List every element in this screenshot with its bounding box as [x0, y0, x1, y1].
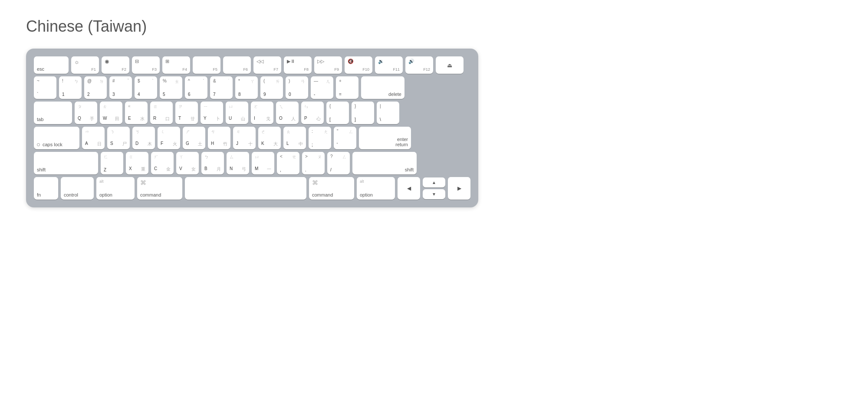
- key-5[interactable]: % ㄓ 5: [160, 76, 182, 99]
- key-2[interactable]: @ ㄉ 2: [84, 76, 107, 99]
- key-f11[interactable]: 🔉 F11: [375, 56, 403, 74]
- key-arrow-left[interactable]: ◀: [398, 177, 420, 200]
- key-s[interactable]: ㄋ S 尸: [107, 127, 130, 149]
- key-1[interactable]: ! ㄅ 1: [59, 76, 82, 99]
- key-shift-right[interactable]: shift: [352, 152, 417, 174]
- key-f5[interactable]: F5: [193, 56, 220, 74]
- key-eject[interactable]: ⏏: [436, 56, 464, 74]
- key-fn[interactable]: fn: [34, 177, 58, 200]
- key-f4[interactable]: ⊞ F4: [162, 56, 190, 74]
- key-v[interactable]: ㄒ V 女: [176, 152, 199, 174]
- key-0[interactable]: ) ㄢ 0: [286, 76, 308, 99]
- key-e[interactable]: « E 水: [125, 102, 148, 124]
- key-tab[interactable]: tab: [34, 102, 72, 124]
- key-b[interactable]: ㄅ B 月: [201, 152, 224, 174]
- key-f1[interactable]: ☼ F1: [71, 56, 99, 74]
- key-n-main: N: [230, 166, 233, 172]
- key-option-right[interactable]: alt option: [357, 177, 395, 200]
- key-9[interactable]: ( ㄞ 9: [260, 76, 283, 99]
- key-4-shift: $: [138, 79, 140, 83]
- key-esc[interactable]: esc: [34, 56, 69, 74]
- key-semicolon[interactable]: : ㄤ ;: [309, 127, 331, 149]
- key-command-left[interactable]: ⌘ command: [137, 177, 182, 200]
- key-arrow-down[interactable]: ▼: [423, 189, 445, 199]
- key-f[interactable]: ㄑ F 火: [158, 127, 180, 149]
- key-q[interactable]: ㄆ Q 手: [75, 102, 97, 124]
- key-e-cjk: «: [128, 104, 131, 108]
- key-7-cjk: ˙: [228, 79, 230, 83]
- key-minus[interactable]: — ㄦ -: [311, 76, 333, 99]
- key-equals[interactable]: + =: [336, 76, 358, 99]
- key-n[interactable]: ㄙ N 弓: [227, 152, 249, 174]
- key-capslock[interactable]: caps lock: [34, 127, 79, 149]
- key-f10[interactable]: 🔇 F10: [345, 56, 372, 74]
- key-slash-main: /: [330, 167, 332, 172]
- key-delete[interactable]: delete: [361, 76, 404, 99]
- key-command-right[interactable]: ⌘ command: [309, 177, 354, 200]
- key-f-cjk2: 火: [173, 141, 177, 147]
- key-f6[interactable]: F6: [223, 56, 251, 74]
- key-comma[interactable]: < ㄝ ,: [277, 152, 299, 174]
- key-enter[interactable]: enter return: [359, 127, 411, 149]
- key-b-main: B: [204, 166, 207, 172]
- key-equals-shift: +: [339, 79, 342, 83]
- key-arrow-right[interactable]: ▶: [448, 177, 470, 200]
- key-f3[interactable]: ⊟ F3: [132, 56, 160, 74]
- key-control[interactable]: control: [61, 177, 94, 200]
- key-z[interactable]: ㄈ Z: [101, 152, 123, 174]
- key-g[interactable]: ㄕ G 土: [183, 127, 205, 149]
- page-title: Chinese (Taiwan): [26, 17, 147, 36]
- key-space[interactable]: [185, 177, 306, 200]
- command-left-label: command: [140, 192, 161, 197]
- key-f7[interactable]: ◁◁ F7: [253, 56, 281, 74]
- key-r[interactable]: ㄖ R 口: [150, 102, 173, 124]
- key-y[interactable]: ㄧ Y 卜: [201, 102, 223, 124]
- key-l[interactable]: ㄠ L 中: [283, 127, 306, 149]
- key-s-cjk2: 尸: [122, 141, 127, 147]
- key-f8[interactable]: ▶⏸ F8: [284, 56, 312, 74]
- key-a[interactable]: ㄇ A 日: [82, 127, 105, 149]
- key-4[interactable]: $ ˋ 4: [135, 76, 157, 99]
- key-i[interactable]: ㄛ I 戈: [251, 102, 273, 124]
- key-option-left[interactable]: alt option: [96, 177, 135, 200]
- key-minus-shift: —: [314, 79, 318, 85]
- key-t[interactable]: ㄗ T 廿: [175, 102, 198, 124]
- key-b-cjk2: 月: [217, 166, 221, 172]
- key-tilde[interactable]: ~ `: [34, 76, 56, 99]
- key-d[interactable]: ㄎ D 木: [132, 127, 155, 149]
- key-u[interactable]: ㄩ U 山: [226, 102, 248, 124]
- key-1-main: 1: [62, 92, 65, 97]
- key-shift-left[interactable]: shift: [34, 152, 98, 174]
- key-backslash[interactable]: | \: [377, 102, 399, 124]
- bottom-row: fn control alt option ⌘ command ⌘ comman…: [34, 177, 470, 200]
- f2-label: F2: [122, 67, 126, 72]
- key-period[interactable]: > ㄡ .: [302, 152, 325, 174]
- key-k[interactable]: ㄜ K 大: [258, 127, 281, 149]
- key-lbracket[interactable]: { [: [326, 102, 349, 124]
- key-rbracket[interactable]: } ]: [352, 102, 374, 124]
- key-x[interactable]: ㄍ X 重: [126, 152, 148, 174]
- key-a-cjk: ㄇ: [85, 129, 89, 135]
- key-o[interactable]: ㄟ O 人: [276, 102, 299, 124]
- key-w[interactable]: ㄊ W 田: [100, 102, 122, 124]
- key-j[interactable]: ㄐ J 十: [233, 127, 256, 149]
- key-1-shift: !: [62, 79, 63, 85]
- key-3[interactable]: # ˇ 3: [109, 76, 132, 99]
- key-rbracket-main: ]: [355, 117, 356, 122]
- key-f12[interactable]: 🔊 F12: [405, 56, 433, 74]
- key-semicolon-cjk: ㄤ: [324, 129, 328, 135]
- key-p-cjk: ㄣ: [304, 104, 309, 110]
- key-f2[interactable]: ✺ F2: [102, 56, 129, 74]
- key-6[interactable]: ^ ˊ 6: [185, 76, 207, 99]
- key-m[interactable]: ㄩ M 一: [252, 152, 274, 174]
- key-7[interactable]: & ˙ 7: [210, 76, 233, 99]
- key-quote[interactable]: " ㄥ ': [334, 127, 356, 149]
- key-f9[interactable]: ▷▷ F9: [314, 56, 342, 74]
- delete-label: delete: [388, 92, 401, 97]
- key-p[interactable]: ㄣ P 心: [301, 102, 324, 124]
- key-h[interactable]: ㄘ H 竹: [208, 127, 230, 149]
- key-c[interactable]: ㄏ C 金: [151, 152, 174, 174]
- key-slash[interactable]: ? ㄥ /: [327, 152, 350, 174]
- key-arrow-up[interactable]: ▲: [423, 177, 445, 187]
- key-8[interactable]: * ㄚ 8: [235, 76, 258, 99]
